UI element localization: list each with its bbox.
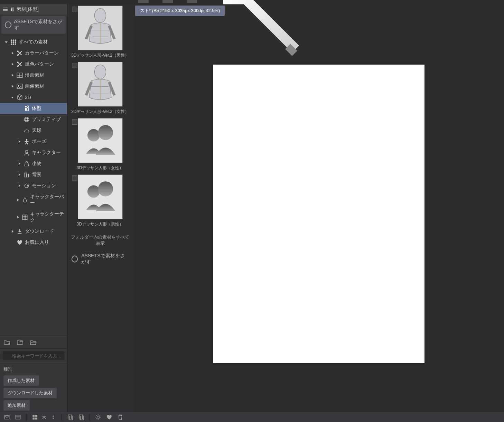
paste-stack-icon[interactable]: + bbox=[77, 413, 85, 421]
canvas-page[interactable] bbox=[213, 65, 424, 363]
search-input[interactable] bbox=[2, 351, 65, 361]
tree-pose[interactable]: ポーズ bbox=[0, 136, 67, 147]
filter-section: 種別 作成した素材 ダウンロードした素材 追加素材 bbox=[0, 363, 67, 412]
menu-icon[interactable] bbox=[3, 8, 8, 11]
canvas-viewport[interactable] bbox=[133, 16, 504, 412]
asset-thumbnail[interactable] bbox=[78, 6, 123, 50]
caret-icon[interactable] bbox=[11, 51, 15, 55]
document-tab-label: スト* (B5 2150 x 3035px 300dpi 42.5%) bbox=[140, 8, 220, 13]
tree-label: プリミティブ bbox=[32, 116, 61, 123]
image-icon bbox=[17, 83, 23, 89]
asset-card[interactable]: 3Dデッサン人形-Ver.2（男性） bbox=[69, 6, 131, 58]
tree-label: ポーズ bbox=[32, 138, 46, 145]
svg-rect-40 bbox=[26, 174, 26, 174]
asset-checkbox[interactable] bbox=[72, 7, 77, 12]
asset-checkbox[interactable] bbox=[72, 63, 77, 68]
svg-point-14 bbox=[17, 54, 19, 56]
body-icon bbox=[10, 7, 15, 12]
tree-3d[interactable]: 3D bbox=[0, 92, 67, 103]
paste-icon[interactable] bbox=[66, 413, 74, 421]
settings-icon[interactable] bbox=[94, 413, 102, 421]
tree-all-materials[interactable]: すべての素材 bbox=[0, 37, 67, 48]
svg-point-46 bbox=[94, 9, 106, 23]
tree-background[interactable]: 背景 bbox=[0, 169, 67, 180]
asset-thumbnail[interactable] bbox=[78, 174, 123, 219]
svg-rect-1 bbox=[11, 9, 12, 11]
asset-card[interactable]: 3Dデッサン人形（女性） bbox=[69, 118, 131, 171]
tree-label: ダウンロード bbox=[25, 228, 54, 234]
document-tab[interactable]: スト* (B5 2150 x 3035px 300dpi 42.5%) bbox=[135, 6, 225, 16]
caret-icon[interactable] bbox=[17, 198, 20, 202]
open-folder-button[interactable] bbox=[29, 338, 37, 346]
caret-icon[interactable] bbox=[18, 162, 21, 165]
grid-view-icon[interactable] bbox=[31, 413, 39, 421]
tree-image[interactable]: 画像素材 bbox=[0, 81, 67, 92]
svg-rect-23 bbox=[25, 108, 27, 111]
caret-icon[interactable] bbox=[11, 63, 15, 66]
show-all-link[interactable]: フォルダー内の素材をすべて表示 bbox=[69, 231, 131, 250]
toolbar-stub[interactable] bbox=[187, 0, 197, 3]
asset-checkbox[interactable] bbox=[72, 119, 77, 125]
tree-body-type[interactable]: 体型 bbox=[0, 103, 67, 114]
bottom-status-bar: 大 + bbox=[0, 412, 504, 422]
svg-point-26 bbox=[24, 117, 29, 122]
flame-icon bbox=[22, 197, 28, 203]
tree-label: キャラクターバー bbox=[30, 194, 64, 206]
pose-icon bbox=[24, 138, 30, 145]
tree-primitive[interactable]: プリミティブ bbox=[0, 114, 67, 125]
svg-point-7 bbox=[11, 41, 12, 43]
new-folder-button[interactable]: + bbox=[3, 338, 11, 346]
caret-icon[interactable] bbox=[18, 184, 21, 188]
tree-label: 画像素材 bbox=[25, 83, 44, 89]
duplicate-folder-button[interactable] bbox=[16, 338, 24, 346]
asset-thumbnail[interactable] bbox=[78, 118, 123, 163]
asset-thumbnail[interactable] bbox=[78, 62, 123, 107]
tree-props[interactable]: 小物 bbox=[0, 158, 67, 169]
svg-point-6 bbox=[15, 39, 16, 41]
tree-character-bar[interactable]: キャラクターバー bbox=[0, 191, 67, 209]
tree-character[interactable]: キャラクター bbox=[0, 147, 67, 158]
trash-icon[interactable] bbox=[116, 413, 124, 421]
toolbar-stub[interactable] bbox=[138, 0, 149, 3]
caret-icon[interactable] bbox=[17, 215, 20, 219]
list-view-icon[interactable] bbox=[14, 413, 22, 421]
caret-icon[interactable] bbox=[5, 40, 8, 44]
svg-rect-68 bbox=[68, 415, 71, 419]
tree-download[interactable]: ダウンロード bbox=[0, 226, 67, 237]
mannequin-icon bbox=[78, 6, 122, 50]
assets-search-button[interactable]: ASSETSで素材をさがす bbox=[1, 16, 66, 34]
toolbar-stub[interactable] bbox=[162, 0, 173, 3]
person-icon bbox=[24, 150, 30, 156]
filter-created[interactable]: 作成した素材 bbox=[3, 375, 39, 386]
tree-mono-pattern[interactable]: 単色パターン bbox=[0, 59, 67, 70]
asset-card[interactable]: 3Dデッサン人形-Ver.2（女性） bbox=[69, 62, 131, 115]
caret-icon[interactable] bbox=[11, 96, 15, 99]
tree-color-pattern[interactable]: カラーパターン bbox=[0, 48, 67, 59]
svg-point-57 bbox=[98, 181, 113, 196]
assets-footer-button[interactable]: ASSETSで素材をさがす bbox=[69, 250, 131, 268]
filter-downloaded[interactable]: ダウンロードした素材 bbox=[3, 388, 57, 398]
svg-point-12 bbox=[15, 43, 16, 45]
download-icon bbox=[17, 228, 23, 234]
tree-sky[interactable]: 天球 bbox=[0, 125, 67, 136]
svg-text:+: + bbox=[82, 416, 83, 420]
tree-character-tech[interactable]: キャラクターテク bbox=[0, 209, 67, 226]
caret-icon[interactable] bbox=[18, 173, 21, 176]
tree-favorite[interactable]: お気に入り bbox=[0, 237, 67, 248]
caret-icon[interactable] bbox=[11, 85, 15, 88]
svg-point-0 bbox=[11, 8, 12, 9]
asset-checkbox[interactable] bbox=[72, 175, 77, 181]
tree-manga[interactable]: 漫画素材 bbox=[0, 70, 67, 81]
caret-icon[interactable] bbox=[11, 230, 15, 233]
filter-additional[interactable]: 追加素材 bbox=[3, 400, 30, 411]
material-panel: 素材[体型] ASSETSで素材をさがす すべての素材 カラーパターン bbox=[0, 4, 67, 412]
favorite-icon[interactable] bbox=[105, 413, 113, 421]
svg-rect-66 bbox=[32, 418, 35, 420]
tree-motion[interactable]: モーション bbox=[0, 180, 67, 191]
caret-icon[interactable] bbox=[18, 140, 21, 143]
asset-card[interactable]: 3Dデッサン人形（男性） bbox=[69, 174, 131, 227]
caret-icon[interactable] bbox=[11, 74, 15, 77]
stepper-icon[interactable] bbox=[49, 413, 57, 421]
inbox-icon[interactable] bbox=[3, 413, 11, 421]
assets-logo-icon bbox=[5, 21, 11, 28]
